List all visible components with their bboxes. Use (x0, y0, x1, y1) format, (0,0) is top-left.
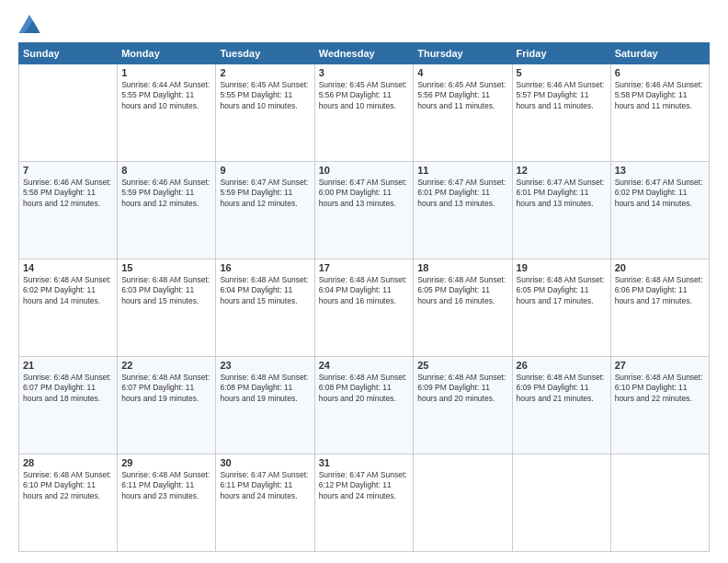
day-info: Sunrise: 6:47 AM Sunset: 6:02 PM Dayligh… (615, 178, 705, 209)
day-number: 14 (23, 262, 113, 273)
col-header-wednesday: Wednesday (314, 43, 413, 64)
day-info: Sunrise: 6:46 AM Sunset: 5:57 PM Dayligh… (517, 80, 607, 111)
day-number: 17 (319, 262, 409, 273)
day-number: 8 (121, 165, 211, 176)
day-number: 26 (517, 360, 607, 371)
day-info: Sunrise: 6:47 AM Sunset: 6:00 PM Dayligh… (319, 178, 409, 209)
calendar-cell: 18Sunrise: 6:48 AM Sunset: 6:05 PM Dayli… (414, 259, 512, 357)
day-info: Sunrise: 6:46 AM Sunset: 5:59 PM Dayligh… (121, 178, 211, 209)
day-number: 27 (615, 360, 705, 371)
day-number: 25 (417, 360, 507, 371)
day-number: 24 (319, 360, 409, 371)
day-info: Sunrise: 6:45 AM Sunset: 5:56 PM Dayligh… (319, 80, 409, 111)
calendar-cell (610, 454, 709, 552)
calendar-cell: 13Sunrise: 6:47 AM Sunset: 6:02 PM Dayli… (610, 162, 709, 259)
day-info: Sunrise: 6:46 AM Sunset: 5:58 PM Dayligh… (615, 80, 705, 111)
calendar-cell: 11Sunrise: 6:47 AM Sunset: 6:01 PM Dayli… (414, 162, 512, 259)
day-info: Sunrise: 6:48 AM Sunset: 6:05 PM Dayligh… (517, 275, 607, 306)
day-info: Sunrise: 6:48 AM Sunset: 6:10 PM Dayligh… (615, 373, 705, 404)
day-number: 2 (220, 67, 310, 78)
day-info: Sunrise: 6:48 AM Sunset: 6:08 PM Dayligh… (319, 373, 409, 404)
day-number: 6 (615, 67, 705, 78)
calendar-cell: 8Sunrise: 6:46 AM Sunset: 5:59 PM Daylig… (118, 162, 216, 259)
logo (18, 15, 42, 33)
calendar-table: SundayMondayTuesdayWednesdayThursdayFrid… (18, 42, 710, 552)
day-number: 16 (220, 262, 310, 273)
day-info: Sunrise: 6:47 AM Sunset: 6:12 PM Dayligh… (319, 470, 409, 501)
col-header-friday: Friday (512, 43, 610, 64)
day-info: Sunrise: 6:48 AM Sunset: 6:09 PM Dayligh… (417, 373, 507, 404)
day-info: Sunrise: 6:48 AM Sunset: 6:04 PM Dayligh… (220, 275, 310, 306)
day-info: Sunrise: 6:48 AM Sunset: 6:10 PM Dayligh… (23, 470, 113, 501)
day-number: 28 (23, 457, 113, 468)
day-number: 13 (615, 165, 705, 176)
col-header-thursday: Thursday (414, 43, 512, 64)
day-number: 11 (417, 165, 507, 176)
col-header-saturday: Saturday (610, 43, 709, 64)
calendar-cell (512, 454, 610, 552)
day-info: Sunrise: 6:44 AM Sunset: 5:55 PM Dayligh… (121, 80, 211, 111)
day-number: 31 (319, 457, 409, 468)
calendar-cell: 15Sunrise: 6:48 AM Sunset: 6:03 PM Dayli… (118, 259, 216, 357)
calendar-cell: 6Sunrise: 6:46 AM Sunset: 5:58 PM Daylig… (610, 64, 709, 162)
calendar-cell: 4Sunrise: 6:45 AM Sunset: 5:56 PM Daylig… (414, 64, 512, 162)
day-number: 30 (220, 457, 310, 468)
day-number: 5 (517, 67, 607, 78)
calendar-week-2: 14Sunrise: 6:48 AM Sunset: 6:02 PM Dayli… (19, 259, 710, 357)
day-number: 15 (121, 262, 211, 273)
day-info: Sunrise: 6:45 AM Sunset: 5:56 PM Dayligh… (417, 80, 507, 111)
day-number: 19 (517, 262, 607, 273)
day-number: 12 (517, 165, 607, 176)
day-number: 3 (319, 67, 409, 78)
calendar-cell: 3Sunrise: 6:45 AM Sunset: 5:56 PM Daylig… (314, 64, 413, 162)
calendar-cell: 26Sunrise: 6:48 AM Sunset: 6:09 PM Dayli… (512, 357, 610, 454)
calendar-cell: 28Sunrise: 6:48 AM Sunset: 6:10 PM Dayli… (19, 454, 118, 552)
day-number: 1 (121, 67, 211, 78)
calendar-cell: 19Sunrise: 6:48 AM Sunset: 6:05 PM Dayli… (512, 259, 610, 357)
day-info: Sunrise: 6:48 AM Sunset: 6:02 PM Dayligh… (23, 275, 113, 306)
day-info: Sunrise: 6:48 AM Sunset: 6:05 PM Dayligh… (417, 275, 507, 306)
day-number: 9 (220, 165, 310, 176)
col-header-tuesday: Tuesday (216, 43, 314, 64)
day-number: 4 (417, 67, 507, 78)
calendar-cell (414, 454, 512, 552)
day-number: 29 (121, 457, 211, 468)
day-info: Sunrise: 6:47 AM Sunset: 5:59 PM Dayligh… (220, 178, 310, 209)
col-header-monday: Monday (118, 43, 216, 64)
calendar-cell: 22Sunrise: 6:48 AM Sunset: 6:07 PM Dayli… (118, 357, 216, 454)
day-info: Sunrise: 6:48 AM Sunset: 6:11 PM Dayligh… (121, 470, 211, 501)
calendar-cell: 2Sunrise: 6:45 AM Sunset: 5:55 PM Daylig… (216, 64, 314, 162)
day-info: Sunrise: 6:45 AM Sunset: 5:55 PM Dayligh… (220, 80, 310, 111)
calendar-cell: 25Sunrise: 6:48 AM Sunset: 6:09 PM Dayli… (414, 357, 512, 454)
day-info: Sunrise: 6:48 AM Sunset: 6:04 PM Dayligh… (319, 275, 409, 306)
calendar-cell: 27Sunrise: 6:48 AM Sunset: 6:10 PM Dayli… (610, 357, 709, 454)
col-header-sunday: Sunday (19, 43, 118, 64)
day-info: Sunrise: 6:48 AM Sunset: 6:09 PM Dayligh… (517, 373, 607, 404)
calendar-cell: 31Sunrise: 6:47 AM Sunset: 6:12 PM Dayli… (314, 454, 413, 552)
calendar-cell: 14Sunrise: 6:48 AM Sunset: 6:02 PM Dayli… (19, 259, 118, 357)
calendar-cell: 20Sunrise: 6:48 AM Sunset: 6:06 PM Dayli… (610, 259, 709, 357)
day-info: Sunrise: 6:48 AM Sunset: 6:06 PM Dayligh… (615, 275, 705, 306)
calendar-cell (19, 64, 118, 162)
calendar-cell: 5Sunrise: 6:46 AM Sunset: 5:57 PM Daylig… (512, 64, 610, 162)
calendar-cell: 16Sunrise: 6:48 AM Sunset: 6:04 PM Dayli… (216, 259, 314, 357)
day-number: 18 (417, 262, 507, 273)
day-number: 7 (23, 165, 113, 176)
day-info: Sunrise: 6:47 AM Sunset: 6:01 PM Dayligh… (417, 178, 507, 209)
day-info: Sunrise: 6:48 AM Sunset: 6:07 PM Dayligh… (23, 373, 113, 404)
calendar-week-4: 28Sunrise: 6:48 AM Sunset: 6:10 PM Dayli… (19, 454, 710, 552)
day-info: Sunrise: 6:47 AM Sunset: 6:11 PM Dayligh… (220, 470, 310, 501)
calendar-week-1: 7Sunrise: 6:46 AM Sunset: 5:58 PM Daylig… (19, 162, 710, 259)
calendar-cell: 23Sunrise: 6:48 AM Sunset: 6:08 PM Dayli… (216, 357, 314, 454)
calendar-cell: 1Sunrise: 6:44 AM Sunset: 5:55 PM Daylig… (118, 64, 216, 162)
day-number: 23 (220, 360, 310, 371)
day-number: 10 (319, 165, 409, 176)
calendar-cell: 30Sunrise: 6:47 AM Sunset: 6:11 PM Dayli… (216, 454, 314, 552)
day-info: Sunrise: 6:46 AM Sunset: 5:58 PM Dayligh… (23, 178, 113, 209)
header (18, 15, 710, 33)
calendar-cell: 9Sunrise: 6:47 AM Sunset: 5:59 PM Daylig… (216, 162, 314, 259)
calendar-cell: 24Sunrise: 6:48 AM Sunset: 6:08 PM Dayli… (314, 357, 413, 454)
page: SundayMondayTuesdayWednesdayThursdayFrid… (0, 0, 728, 563)
logo-icon (18, 15, 40, 33)
calendar-cell: 12Sunrise: 6:47 AM Sunset: 6:01 PM Dayli… (512, 162, 610, 259)
